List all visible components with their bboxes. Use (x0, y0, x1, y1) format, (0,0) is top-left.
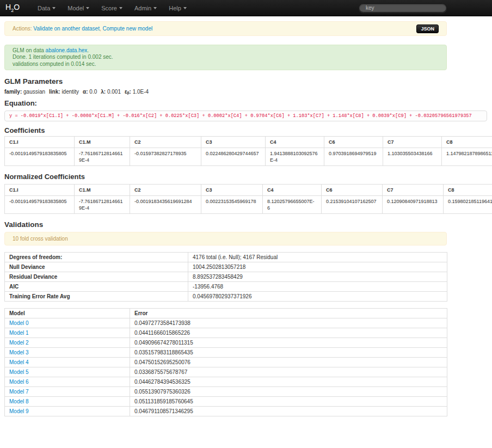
chevron-down-icon (183, 7, 187, 9)
nav-menu-item[interactable]: Model (61, 0, 95, 16)
coefficient-value: -0.01597382827178935 (130, 148, 201, 166)
coefficient-value: -7.761867128146619E-4 (75, 148, 130, 166)
parameter-label: α: (83, 89, 88, 95)
coefficients-header-row: C1.IC1.MC2C3C4C6C7C8 (5, 137, 492, 148)
normalized-column-name: C6 (322, 185, 383, 196)
chevron-down-icon (86, 7, 89, 9)
coefficients-value-row: -0.0019149579183835805-7.761867128146619… (5, 148, 492, 166)
model-error-value: 0.0336875575678767 (130, 367, 447, 377)
model-column-header: Model (5, 309, 130, 318)
logo-text: H (5, 3, 11, 11)
stat-row: AIC -13956.4768 (5, 282, 447, 292)
models-header-row: Model Error (5, 309, 447, 318)
nav-menu-label: Data (38, 5, 50, 11)
normalized-coefficient-value: 0.00223153545969178 (201, 196, 263, 214)
equation-text: y = -0.0019*x[C1.I] + -0.0008*x[C1.M] + … (4, 111, 487, 121)
model-cell: Model 2 (5, 338, 130, 348)
dataset-link[interactable]: abalone.data.hex (46, 47, 88, 53)
equation-heading: Equation: (4, 99, 492, 107)
model-link[interactable]: Model 1 (9, 330, 29, 336)
compute-model-link[interactable]: Compute new model (103, 26, 153, 32)
glm-parameter: εᵦ: 1.0E-4 (125, 89, 149, 95)
nav-menu-item[interactable]: Data (32, 0, 61, 16)
model-link[interactable]: Model 2 (9, 340, 29, 346)
model-link[interactable]: Model 0 (9, 320, 29, 326)
normalized-coefficients-table: C1.IC1.MC2C3C4C6C7C8 -0.0019149579183835… (4, 184, 492, 214)
model-cell: Model 6 (5, 377, 130, 387)
status-suffix: . (87, 47, 89, 53)
h2o-logo[interactable]: H2O (5, 3, 20, 13)
validations-heading: Validations (4, 220, 492, 229)
coefficients-heading: Coefficients (4, 126, 492, 134)
validate-dataset-link[interactable]: Validate on another dataset (33, 26, 100, 32)
coefficient-column-name: C6 (324, 137, 383, 148)
normalized-value-row: -0.0019149579183835805-7.761867128146619… (5, 196, 492, 214)
parameter-label: λ: (101, 89, 106, 95)
nav-menu-item[interactable]: Score (95, 0, 128, 16)
model-link[interactable]: Model 8 (9, 398, 29, 404)
model-error-value: 0.05513907975360326 (130, 387, 447, 397)
json-button[interactable]: JSON (416, 24, 439, 33)
chevron-down-icon (153, 7, 157, 9)
coefficients-table: C1.IC1.MC2C3C4C6C7C8 -0.0019149579183835… (4, 136, 492, 166)
stat-label: Null Deviance (5, 262, 188, 272)
glm-parameter: family: gaussian (4, 89, 45, 95)
model-cell: Model 9 (5, 407, 130, 416)
normalized-coefficient-value: -0.0019149579183835805 (5, 196, 75, 214)
coefficient-column-name: C4 (266, 137, 324, 148)
chevron-down-icon (52, 7, 56, 9)
model-error-value: 0.046791108571346295 (130, 407, 447, 416)
search-input[interactable] (359, 3, 447, 13)
model-link[interactable]: Model 3 (9, 349, 29, 355)
model-link[interactable]: Model 9 (9, 408, 29, 414)
model-link[interactable]: Model 6 (9, 379, 29, 385)
stat-label: Residual Deviance (5, 272, 188, 282)
stat-value: 1004.2502813057218 (188, 262, 447, 272)
normalized-coefficient-value: 8.12025796655007E-6 (263, 196, 322, 214)
parameter-value: 0.001 (107, 89, 121, 95)
normalized-coefficient-value: -7.761867128146619E-4 (75, 196, 130, 214)
coefficient-value: 1.9413888103092576E-4 (266, 148, 324, 166)
parameter-value: 1.0E-4 (133, 89, 149, 95)
glm-parameter: λ: 0.001 (101, 89, 121, 95)
logo-text-2: O (14, 3, 20, 11)
coefficient-value: 0.9703918694979519 (324, 148, 383, 166)
coefficient-column-name: C7 (383, 137, 442, 148)
coefficient-value: 1.1479821878986511 (442, 148, 492, 166)
error-column-header: Error (130, 309, 447, 318)
stat-row: Degrees of freedom: 4176 total (i.e. Nul… (5, 253, 447, 262)
model-cell: Model 8 (5, 397, 130, 407)
model-cell: Model 3 (5, 348, 130, 358)
model-cell: Model 7 (5, 387, 130, 397)
normalized-column-name: C1.I (5, 185, 75, 196)
nav-menu-label: Score (101, 5, 117, 11)
model-error-value: 0.04972773584173938 (130, 318, 447, 328)
status-line-3: validations computed in 0.014 sec. (13, 61, 439, 67)
model-row: Model 6 0.04462784394536325 (5, 377, 447, 387)
model-link[interactable]: Model 4 (9, 359, 29, 365)
parameter-label: εᵦ: (125, 89, 131, 95)
normalized-column-name: C3 (201, 185, 263, 196)
nav-menu-item[interactable]: Admin (128, 0, 163, 16)
glm-parameters-line: family: gaussianlink: identityα: 0.0λ: 0… (4, 89, 492, 95)
nav-menu-item[interactable]: Help (163, 0, 193, 16)
stat-value: -13956.4768 (188, 282, 447, 292)
coefficient-column-name: C3 (201, 137, 266, 148)
model-cell: Model 4 (5, 358, 130, 367)
parameter-value: 0.0 (89, 89, 97, 95)
model-link[interactable]: Model 5 (9, 369, 29, 375)
model-error-value: 0.035157983118865435 (130, 348, 447, 358)
normalized-coefficient-value: 0.15980218511964125 (444, 196, 492, 214)
model-error-value: 0.04411666015865226 (130, 328, 447, 338)
model-link[interactable]: Model 7 (9, 389, 29, 395)
actions-bar: JSON Actions: Validate on another datase… (4, 21, 447, 36)
stat-row: Residual Deviance 8.892537283458429 (5, 272, 447, 282)
normalized-column-name: C2 (130, 185, 201, 196)
coefficient-column-name: C1.I (5, 137, 75, 148)
nav-menu-label: Help (169, 5, 181, 11)
parameter-value: gaussian (23, 89, 45, 95)
model-row: Model 8 0.051131859185760645 (5, 397, 447, 407)
model-error-value: 0.04750152695250076 (130, 358, 447, 367)
actions-label: Actions: (13, 26, 32, 32)
main-nav: Data Model Score Admin Help (32, 0, 193, 16)
